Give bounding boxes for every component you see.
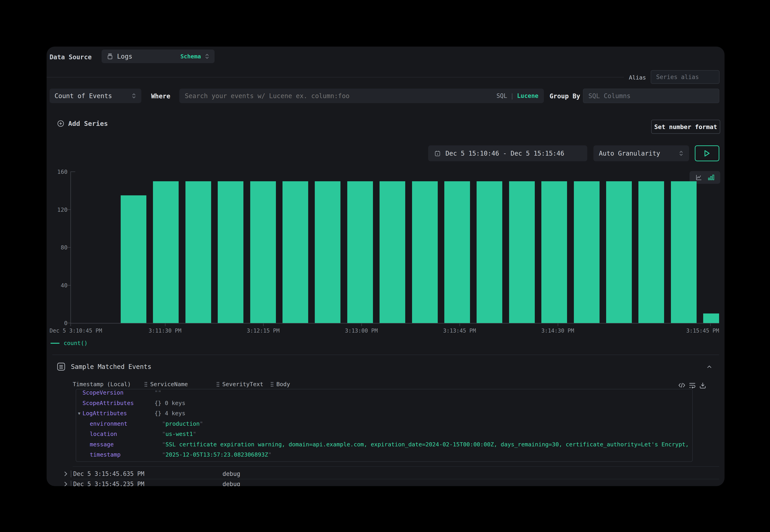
row-divider: [73, 466, 719, 467]
download-icon[interactable]: [699, 381, 707, 389]
events-table-header: Timestamp (Local)ServiceNameSeverityText…: [47, 381, 725, 390]
x-tick-mark: [361, 323, 362, 326]
chevron-right-icon[interactable]: [63, 481, 69, 486]
x-tick-mark: [165, 323, 165, 326]
y-axis: 04080120160: [47, 47, 70, 486]
log-attribute-key: ScopeVersion: [82, 389, 124, 398]
column-header-label: ServiceName: [150, 381, 188, 388]
y-tick-mark: [66, 247, 70, 248]
log-detail-panel[interactable]: ScopeVersion""ScopeAttributes{} 0 keys▼L…: [76, 389, 693, 462]
event-timestamp: Dec 5 3:15:45.635 PM: [73, 470, 144, 477]
chart-bar: [185, 181, 211, 323]
log-attribute-key: message: [90, 439, 114, 450]
chart-bar: [509, 181, 535, 323]
event-row[interactable]: Dec 5 3:15:45.635 PMdebug: [47, 469, 725, 479]
collapse-section-icon[interactable]: [706, 363, 713, 370]
events-section-title: Sample Matched Events: [71, 363, 151, 370]
legend-series-label: count(): [64, 340, 87, 346]
event-severity: debug: [222, 481, 240, 486]
events-section-header: Sample Matched Events: [56, 362, 151, 371]
log-attribute-meta: {} 4 keys: [154, 408, 185, 419]
event-severity: debug: [222, 470, 240, 477]
log-detail-row[interactable]: ScopeAttributes{} 0 keys: [76, 398, 692, 408]
x-tick-label: 3:12:15 PM: [247, 328, 280, 334]
chart-bar: [412, 181, 438, 323]
column-header-servicename[interactable]: ServiceName: [144, 381, 188, 388]
log-detail-row[interactable]: location"us-west1": [76, 429, 692, 439]
y-tick-label: 160: [49, 169, 67, 175]
chart-bar: [347, 181, 373, 323]
column-header-label: SeverityText: [222, 381, 263, 388]
chart-bar: [153, 181, 179, 323]
x-axis-line: [70, 323, 719, 323]
grip-icon[interactable]: [216, 381, 220, 387]
x-tick-mark: [263, 323, 264, 326]
legend-swatch: [50, 343, 60, 344]
log-attribute-key: location: [90, 429, 117, 439]
y-tick-mark: [66, 209, 70, 210]
log-detail-row[interactable]: ScopeVersion"": [76, 389, 692, 398]
x-tick-label: 3:11:30 PM: [149, 328, 182, 334]
column-header-body[interactable]: Body: [270, 381, 290, 388]
log-attribute-key: LogAttributes: [82, 408, 127, 419]
chart-bar: [703, 313, 719, 323]
log-attribute-key: environment: [90, 419, 127, 429]
chart-bar: [379, 181, 405, 323]
expand-triangle-icon[interactable]: ▼: [78, 408, 80, 419]
log-attribute-meta: {} 0 keys: [154, 398, 185, 408]
log-detail-row[interactable]: message"SSL certificate expiration warni…: [76, 439, 692, 450]
chart-bar: [606, 181, 632, 323]
chart-bar: [121, 195, 146, 323]
x-tick-mark: [558, 323, 558, 326]
chart-legend[interactable]: count(): [50, 340, 87, 346]
chart-bar: [574, 181, 600, 323]
chart-bar: [218, 181, 243, 323]
log-detail-rows: ScopeVersion""ScopeAttributes{} 0 keys▼L…: [76, 389, 692, 461]
y-tick-mark: [66, 323, 70, 323]
column-header-severitytext[interactable]: SeverityText: [216, 381, 263, 388]
log-detail-row[interactable]: ▼LogAttributes{} 4 keys: [76, 408, 692, 419]
log-attribute-key: ScopeAttributes: [82, 398, 134, 408]
event-timestamp: Dec 5 3:15:45.235 PM: [73, 481, 144, 486]
y-tick-label: 120: [49, 206, 67, 213]
chart-bars: [70, 172, 719, 323]
chart-bar: [541, 181, 567, 323]
y-tick-mark: [66, 285, 70, 286]
y-tick-label: 40: [49, 282, 67, 289]
grip-icon[interactable]: [144, 381, 148, 387]
grip-icon[interactable]: [270, 381, 274, 387]
code-view-icon[interactable]: [678, 381, 686, 389]
log-attribute-value: "us-west1": [162, 429, 196, 439]
wrap-text-icon[interactable]: [688, 381, 696, 389]
chart-bar: [638, 181, 664, 323]
x-tick-label: 3:13:45 PM: [443, 328, 476, 334]
row-separator: [71, 481, 71, 486]
column-header-label: Timestamp (Local): [73, 381, 131, 388]
chart-bar: [315, 181, 340, 323]
x-tick-mark: [70, 323, 71, 326]
x-tick-label: 3:13:00 PM: [345, 328, 378, 334]
chart-bar: [282, 181, 308, 323]
log-attribute-value: "2025-12-05T13:57:23.082306893Z": [162, 450, 271, 460]
chart-bar: [671, 181, 697, 323]
row-separator: [71, 470, 71, 477]
column-header-label: Body: [276, 381, 290, 388]
column-header-timestamp-local-[interactable]: Timestamp (Local): [73, 381, 131, 388]
y-tick-label: 0: [49, 320, 67, 326]
x-tick-mark: [460, 323, 460, 326]
y-tick-label: 80: [49, 244, 67, 251]
log-attribute-value: "SSL certificate expiration warning, dom…: [162, 439, 693, 450]
log-detail-row[interactable]: timestamp"2025-12-05T13:57:23.082306893Z…: [76, 450, 692, 460]
log-detail-row[interactable]: environment"production": [76, 419, 692, 429]
x-tick-label: 3:15:45 PM: [686, 328, 719, 334]
chart-bar: [477, 181, 502, 323]
log-attribute-value: "": [154, 389, 161, 398]
log-attribute-value: "production": [162, 419, 203, 429]
event-row[interactable]: Dec 5 3:15:45.235 PMdebug: [47, 479, 725, 486]
chevron-right-icon[interactable]: [63, 470, 69, 477]
list-icon: [56, 362, 66, 371]
chart-bar: [444, 181, 470, 323]
x-tick-label: 3:14:30 PM: [541, 328, 574, 334]
log-attribute-key: timestamp: [90, 450, 120, 460]
query-editor-panel: Data Source Logs Schema Alias Count of E…: [47, 47, 725, 486]
